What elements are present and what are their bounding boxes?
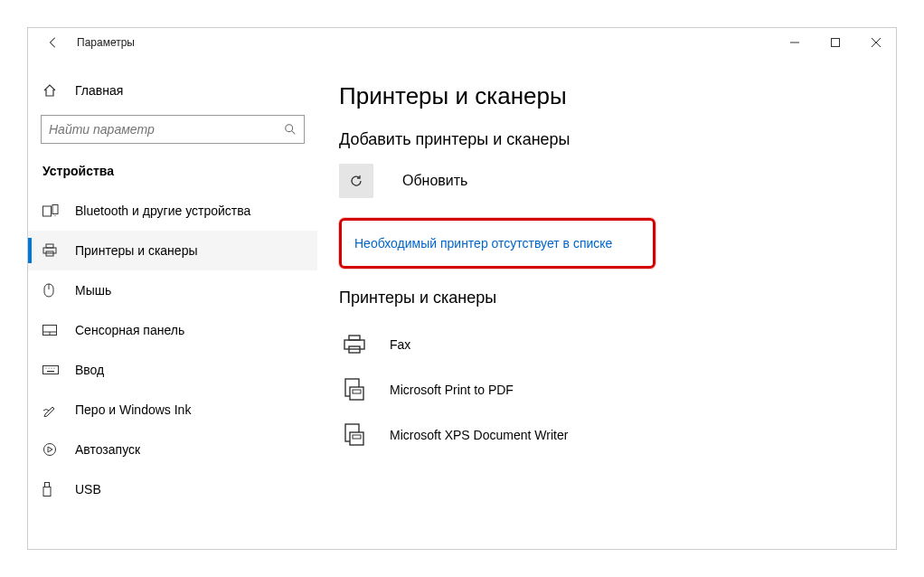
keyboard-icon <box>42 365 62 374</box>
sidebar-item-bluetooth[interactable]: Bluetooth и другие устройства <box>28 191 317 231</box>
sidebar-item-pen[interactable]: Перо и Windows Ink <box>28 390 317 430</box>
minimize-button[interactable] <box>774 28 815 57</box>
list-heading: Принтеры и сканеры <box>339 288 874 307</box>
fax-icon <box>339 335 370 355</box>
svg-point-23 <box>44 444 56 456</box>
svg-point-18 <box>45 367 46 368</box>
svg-rect-24 <box>45 483 50 487</box>
search-input[interactable] <box>49 122 284 137</box>
main-content: Принтеры и сканеры Добавить принтеры и с… <box>317 57 896 549</box>
close-button[interactable] <box>855 28 896 57</box>
page-title: Принтеры и сканеры <box>339 82 874 110</box>
nav-label: Принтеры и сканеры <box>75 243 197 258</box>
window-title: Параметры <box>77 36 135 49</box>
svg-rect-1 <box>831 39 839 47</box>
nav-label: Bluetooth и другие устройства <box>75 203 250 218</box>
titlebar: Параметры <box>28 28 896 57</box>
nav-label: Перо и Windows Ink <box>75 402 191 417</box>
sidebar: Главная Устройства Bluetooth и другие ус… <box>28 57 317 549</box>
add-heading: Добавить принтеры и сканеры <box>339 130 874 149</box>
svg-rect-17 <box>43 366 59 374</box>
sidebar-item-mouse[interactable]: Мышь <box>28 270 317 310</box>
home-icon <box>42 83 62 98</box>
home-label: Главная <box>75 83 123 98</box>
svg-point-20 <box>51 367 52 368</box>
refresh-icon <box>339 164 373 198</box>
svg-rect-6 <box>43 206 52 216</box>
printer-label: Microsoft Print to PDF <box>390 383 514 397</box>
svg-rect-22 <box>47 371 54 372</box>
svg-rect-25 <box>43 487 51 497</box>
maximize-button[interactable] <box>815 28 855 57</box>
sidebar-item-autoplay[interactable]: Автозапуск <box>28 430 317 469</box>
svg-point-21 <box>53 367 54 368</box>
sidebar-item-touchpad[interactable]: Сенсорная панель <box>28 310 317 350</box>
svg-rect-7 <box>52 205 58 214</box>
file-printer-icon <box>339 378 370 402</box>
nav-label: Автозапуск <box>75 442 140 457</box>
svg-rect-27 <box>344 340 364 349</box>
back-button[interactable] <box>42 32 64 53</box>
window-controls <box>774 28 896 57</box>
printer-item[interactable]: Fax <box>339 322 874 367</box>
highlight-annotation: Необходимый принтер отсутствует в списке <box>339 218 655 269</box>
nav-label: Ввод <box>75 363 104 377</box>
refresh-action[interactable]: Обновить <box>339 164 874 198</box>
printer-label: Fax <box>390 337 410 352</box>
printer-label: Microsoft XPS Document Writer <box>390 428 568 442</box>
settings-window: Параметры Главная <box>27 27 897 550</box>
home-link[interactable]: Главная <box>28 73 317 108</box>
touchpad-icon <box>42 325 62 336</box>
svg-rect-10 <box>43 248 56 253</box>
svg-line-5 <box>292 131 296 135</box>
printer-item[interactable]: Microsoft XPS Document Writer <box>339 412 874 458</box>
nav-label: Мышь <box>75 283 111 298</box>
mouse-icon <box>42 283 62 298</box>
svg-point-4 <box>286 125 293 132</box>
printer-item[interactable]: Microsoft Print to PDF <box>339 367 874 412</box>
section-heading: Устройства <box>28 156 317 191</box>
svg-point-19 <box>48 367 49 368</box>
nav-label: Сенсорная панель <box>75 323 184 337</box>
autoplay-icon <box>42 442 62 457</box>
search-box[interactable] <box>41 115 305 144</box>
sidebar-item-printers[interactable]: Принтеры и сканеры <box>28 231 317 270</box>
usb-icon <box>42 482 62 497</box>
svg-rect-26 <box>349 336 360 340</box>
printer-icon <box>42 243 62 258</box>
printer-not-listed-link[interactable]: Необходимый принтер отсутствует в списке <box>354 236 612 251</box>
sidebar-item-typing[interactable]: Ввод <box>28 350 317 390</box>
svg-rect-9 <box>46 244 53 248</box>
nav-label: USB <box>75 482 101 497</box>
pen-icon <box>42 402 62 417</box>
refresh-label: Обновить <box>402 173 467 189</box>
sidebar-item-usb[interactable]: USB <box>28 469 317 509</box>
search-icon <box>284 123 297 136</box>
devices-icon <box>42 204 62 217</box>
svg-point-8 <box>54 215 55 216</box>
file-printer-icon <box>339 423 370 447</box>
